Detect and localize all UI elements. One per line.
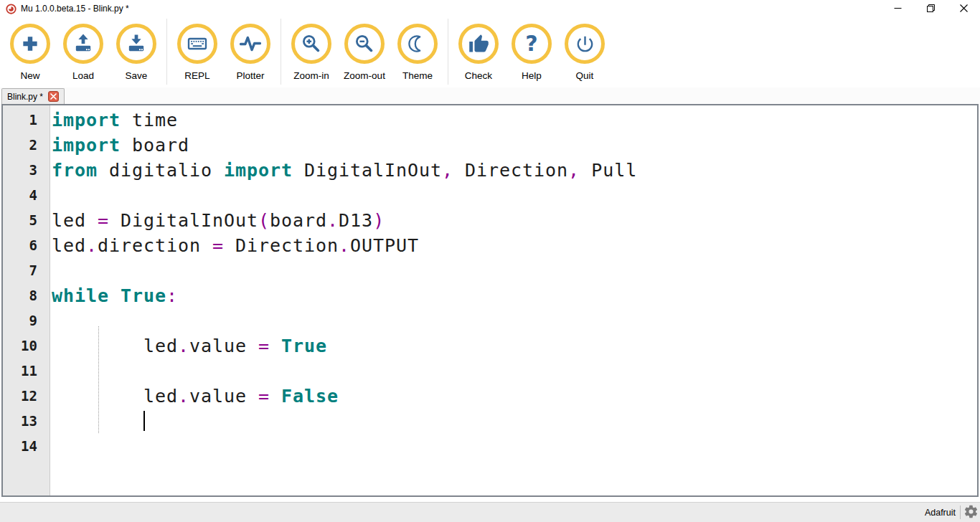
code-token: Direction <box>453 160 568 181</box>
load-icon <box>72 33 94 54</box>
toolbar-button-ring <box>177 24 217 64</box>
line-number: 3 <box>3 158 50 183</box>
code-token: direction <box>98 235 212 256</box>
code-token: ( <box>258 210 270 231</box>
line-number: 5 <box>3 208 50 233</box>
code-line: led.value = False <box>50 384 977 409</box>
code-token: led <box>52 210 98 231</box>
code-token: . <box>178 386 189 407</box>
code-token: from <box>52 160 98 181</box>
code-line <box>50 308 977 333</box>
line-number: 8 <box>3 283 50 308</box>
toolbar-separator <box>166 19 167 85</box>
code-token: import <box>52 135 121 156</box>
code-token: value <box>189 386 258 407</box>
restore-button[interactable] <box>914 0 947 17</box>
quit-power-icon <box>575 34 595 54</box>
toolbar-button-label: New <box>20 70 39 81</box>
toolbar-button-save[interactable]: Save <box>110 17 163 81</box>
status-separator <box>960 506 961 519</box>
code-line: while True: <box>50 283 977 308</box>
title-bar[interactable]: Mu 1.0.0.beta.15 - Blink.py * <box>0 0 980 17</box>
code-token: . <box>178 336 189 356</box>
window-title: Mu 1.0.0.beta.15 - Blink.py * <box>21 4 129 14</box>
theme-moon-icon <box>407 33 428 54</box>
settings-gear-icon <box>963 504 979 521</box>
code-token: value <box>189 336 258 356</box>
toolbar-button-zoom-out[interactable]: Zoom-out <box>338 17 391 81</box>
toolbar-button-help[interactable]: ?Help <box>505 17 558 81</box>
toolbar-separator <box>448 19 448 85</box>
line-number: 10 <box>3 333 50 359</box>
indent-guide <box>98 326 99 433</box>
toolbar-button-quit[interactable]: Quit <box>558 17 611 81</box>
code-token <box>270 386 281 407</box>
toolbar-button-check[interactable]: Check <box>452 17 505 81</box>
toolbar-group: NewLoadSave <box>1 17 165 81</box>
toolbar-button-new[interactable]: New <box>4 17 57 81</box>
toolbar-button-ring <box>230 24 270 64</box>
code-token <box>270 336 281 356</box>
line-number: 13 <box>3 409 50 434</box>
tab-label: Blink.py * <box>7 92 43 102</box>
code-token: led <box>52 235 86 256</box>
tab-blink-py[interactable]: Blink.py * <box>1 88 65 104</box>
mu-logo-icon <box>6 4 17 14</box>
toolbar-button-label: Check <box>465 70 492 81</box>
code-token: . <box>86 235 98 256</box>
toolbar-button-ring <box>63 24 103 64</box>
code-line: import time <box>50 108 977 133</box>
code-token: , <box>442 160 453 181</box>
code-token: : <box>166 285 178 306</box>
code-token: board <box>121 135 189 156</box>
code-token: True <box>121 285 166 306</box>
line-number: 12 <box>3 384 50 409</box>
tab-close-icon <box>50 91 57 102</box>
restore-icon <box>927 4 935 14</box>
toolbar-button-label: Plotter <box>236 70 264 81</box>
zoom-in-icon <box>301 33 322 54</box>
tab-close-button[interactable] <box>48 91 59 102</box>
code-line <box>50 359 977 384</box>
toolbar-button-label: Load <box>72 70 94 81</box>
code-token <box>52 411 143 432</box>
line-number: 2 <box>3 133 50 158</box>
code-token: = <box>258 336 270 356</box>
plotter-pulse-icon <box>240 33 261 54</box>
code-lines: import timeimport boardfrom digitalio im… <box>50 108 977 459</box>
code-token: import <box>52 110 121 130</box>
code-token: = <box>212 235 224 256</box>
toolbar-button-label: REPL <box>184 70 209 81</box>
toolbar-button-zoom-in[interactable]: Zoom-in <box>285 17 338 81</box>
toolbar-button-repl[interactable]: REPL <box>171 17 224 81</box>
line-number: 6 <box>3 233 50 258</box>
toolbar-button-ring: ? <box>512 24 552 64</box>
toolbar-separator <box>281 19 281 85</box>
code-line <box>50 434 977 459</box>
line-number: 9 <box>3 308 50 333</box>
help-question-icon: ? <box>525 33 537 54</box>
toolbar-group: REPLPlotter <box>169 17 279 81</box>
code-token: True <box>281 336 327 356</box>
toolbar-button-plotter[interactable]: Plotter <box>224 17 277 81</box>
code-token: . <box>339 235 350 256</box>
toolbar-button-label: Zoom-in <box>293 70 329 81</box>
code-line <box>50 258 977 283</box>
admin-gear-button[interactable] <box>963 504 980 521</box>
line-number: 7 <box>3 258 50 283</box>
toolbar-button-theme[interactable]: Theme <box>391 17 444 81</box>
status-bar: Adafruit <box>0 502 980 522</box>
save-icon <box>126 33 147 54</box>
toolbar-button-ring <box>116 24 156 64</box>
close-button[interactable] <box>947 0 980 17</box>
line-number: 1 <box>3 108 50 133</box>
line-number: 11 <box>3 359 50 384</box>
code-token <box>109 285 121 306</box>
code-editor-surface[interactable]: import timeimport boardfrom digitalio im… <box>50 105 977 495</box>
editor-pane: 1234567891011121314 import timeimport bo… <box>1 104 979 497</box>
toolbar-button-load[interactable]: Load <box>57 17 110 81</box>
code-line: led = DigitalInOut(board.D13) <box>50 208 977 233</box>
minimize-button[interactable] <box>881 0 914 17</box>
code-token: board <box>270 210 327 231</box>
toolbar-button-label: Help <box>522 70 542 81</box>
